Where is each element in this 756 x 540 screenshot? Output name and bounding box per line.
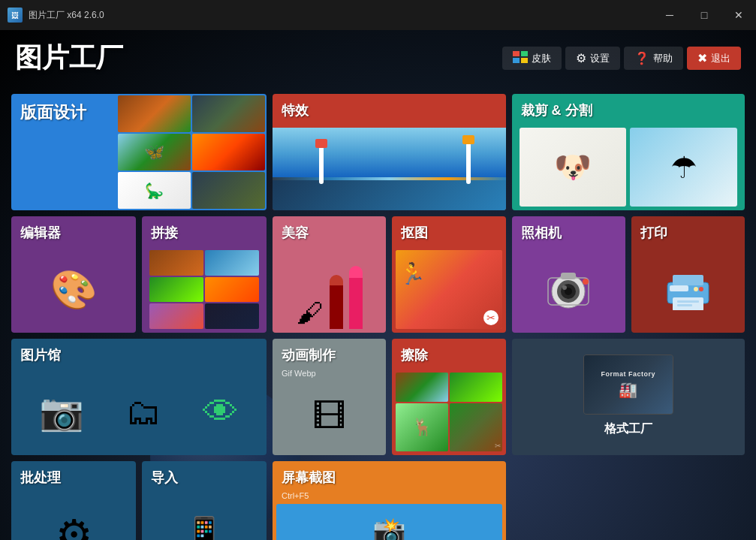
screenshot-image: 📸 [276,504,502,540]
collage-cell-3 [149,277,203,303]
tile-erase-label: 擦除 [392,339,505,369]
main-grid: 版面设计 🦋 🦕 编辑器 🎨 [0,86,756,540]
print-icon [631,246,745,333]
batch-icon: ⚙ [11,491,136,540]
tile-batch[interactable]: 批处理 ⚙ [11,461,136,540]
gallery-folder-icon: 🗂 [125,391,161,433]
middle-column: 特效 美容 🖌 [273,94,506,540]
format-logo-text: Format Factory [601,370,655,379]
tile-import-label: 导入 [142,461,267,491]
titlebar-left: 🖼 图片工厂 x64 2.6.0 [8,8,104,23]
tile-erase[interactable]: 擦除 🦌 ✂ [392,339,505,455]
svg-rect-10 [561,273,576,279]
svg-rect-0 [513,51,520,56]
svg-rect-1 [521,51,528,56]
effects-image [273,128,506,210]
gear-icon: ⚙ [576,51,586,65]
tile-editor-label: 编辑器 [11,216,136,246]
umbrella-icon: ☂ [670,150,697,185]
collage-cell-5 [149,303,203,329]
crop-puppies-image: 🐶 [520,128,627,207]
tile-screenshot-sublabel: Ctrl+F5 [273,491,506,500]
camera-svg [542,269,595,310]
camera-icon [512,246,625,333]
tile-print-label: 打印 [631,216,745,246]
settings-button[interactable]: ⚙ 设置 [565,47,620,70]
collage-cell-4 [205,277,259,303]
printer-svg [664,269,712,310]
svg-rect-15 [677,300,699,303]
layout-img-3: 🦋 [118,134,191,170]
gallery-camera-icon: 📷 [39,391,84,433]
puppy-icon: 🐶 [554,149,592,185]
erase-image: 🦌 ✂ [392,369,505,455]
tile-cutout[interactable]: 抠图 ✂ 🏃 [392,216,505,333]
exit-label: 退出 [711,52,730,65]
deer-cell-4: ✂ [450,403,502,452]
tile-beauty-label: 美容 [273,216,386,246]
collage-grid [142,246,267,333]
tile-effects[interactable]: 特效 [273,94,506,210]
tile-collage-label: 拼接 [142,216,267,246]
help-button[interactable]: ❓ 帮助 [624,47,683,70]
tile-cutout-label: 抠图 [392,216,505,246]
collage-cell-2 [205,250,259,276]
svg-rect-19 [670,285,688,291]
tile-camera[interactable]: 照相机 [512,216,625,333]
crop-umbrella-image: ☂ [630,128,737,207]
titlebar-controls: ─ □ ✕ [652,0,756,30]
mid-row-animation-erase: 动画制作 Gif Webp 🎞 擦除 🦌 ✂ [273,339,506,455]
crop-images: 🐶 ☂ [512,124,745,210]
tile-beauty[interactable]: 美容 🖌 [273,216,386,333]
cutout-image: ✂ 🏃 [396,250,501,329]
exit-icon: ✖ [697,51,707,65]
tile-layout[interactable]: 版面设计 🦋 🦕 [11,94,267,210]
minimize-button[interactable]: ─ [652,0,687,30]
left-column: 版面设计 🦋 🦕 编辑器 🎨 [11,94,267,540]
tile-animation-label: 动画制作 [273,339,386,369]
gallery-eye-icon: 👁 [203,391,239,433]
format-logo: Format Factory 🏭 [583,354,673,415]
tile-effects-label: 特效 [273,94,506,124]
svg-rect-3 [521,58,528,63]
tile-crop[interactable]: 裁剪 & 分割 🐶 ☂ [512,94,745,210]
exit-button[interactable]: ✖ 退出 [687,47,741,70]
beauty-items: 🖌 [273,246,386,333]
right-row-camera-print: 照相机 [512,216,745,333]
svg-point-11 [583,279,589,285]
tile-editor[interactable]: 编辑器 🎨 [11,216,136,333]
tile-crop-label: 裁剪 & 分割 [512,94,745,124]
tile-format[interactable]: Format Factory 🏭 格式工厂 [512,339,745,455]
svg-rect-16 [677,304,692,306]
format-content: Format Factory 🏭 格式工厂 [512,339,745,455]
import-icon: 📱 [142,491,267,540]
app-background: 图片工厂 皮肤 ⚙ 设置 ❓ [0,30,756,540]
close-button[interactable]: ✕ [721,0,756,30]
deer-cell-2 [450,373,502,402]
maximize-button[interactable]: □ [687,0,721,30]
tile-screenshot[interactable]: 屏幕截图 Ctrl+F5 📸 [273,461,506,540]
tile-row-batch-import: 批处理 ⚙ 导入 📱 [11,461,267,540]
brush-container: 🖌 [297,297,324,329]
mid-row-beauty-cutout: 美容 🖌 抠图 ✂ 🏃 [273,216,506,333]
tile-gallery-label: 图片馆 [11,339,267,369]
tile-animation-sublabel: Gif Webp [273,369,386,378]
header-buttons: 皮肤 ⚙ 设置 ❓ 帮助 ✖ 退出 [502,47,741,70]
tile-print[interactable]: 打印 [631,216,745,333]
tile-gallery[interactable]: 图片馆 📷 🗂 👁 [11,339,267,455]
gallery-icons: 📷 🗂 👁 [11,369,267,455]
lipstick-dark-icon [330,284,343,329]
layout-img-5: 🦕 [118,172,191,209]
film-strip-icon: 🎞 [273,378,386,455]
titlebar-title: 图片工厂 x64 2.6.0 [29,9,104,22]
editor-icon: 🎨 [11,246,136,333]
tile-animation[interactable]: 动画制作 Gif Webp 🎞 [273,339,386,455]
deer-cell-1 [396,373,448,402]
svg-point-17 [699,287,703,291]
tile-collage[interactable]: 拼接 [142,216,267,333]
skin-button[interactable]: 皮肤 [502,47,562,70]
layout-img-6 [192,172,265,209]
tile-import[interactable]: 导入 📱 [142,461,267,540]
svg-rect-13 [673,275,703,285]
layout-img-4 [192,134,265,170]
